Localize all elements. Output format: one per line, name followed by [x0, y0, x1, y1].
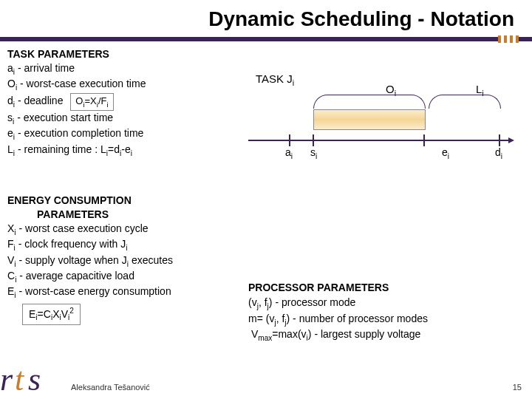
task-item: ai - arrival time — [7, 61, 229, 77]
timing-diagram: TASK Ji Oi Li ai si ei di — [248, 72, 514, 176]
page-title: Dynamic Scheduling - Notation — [208, 7, 514, 31]
li-arc — [429, 95, 501, 109]
mark-si: si — [310, 146, 317, 160]
mark-di: di — [495, 146, 502, 160]
footer-author: Aleksandra Tešanović — [71, 383, 150, 392]
task-item: si - execution start time — [7, 111, 229, 126]
energy-item: Xi - worst case execution cycle — [7, 222, 236, 237]
page-number: 15 — [513, 383, 522, 392]
energy-parameters: ENERGY CONSUMPTION PARAMETERS Xi - worst… — [7, 194, 236, 325]
svg-text:s: s — [28, 361, 41, 398]
task-item: Oi - worst-case execution time — [7, 77, 229, 92]
svg-text:t: t — [15, 361, 25, 398]
svg-marker-1 — [508, 137, 514, 143]
energy-item: Ci - average capacitive load — [7, 269, 236, 284]
mark-ei: ei — [442, 146, 449, 160]
eq-energy: Ei=CiXiVi2 — [22, 304, 81, 325]
proc-line: m= (vj, fj) - number of processor modes — [248, 312, 514, 328]
task-label: TASK Ji — [256, 72, 294, 87]
energy-item: Fi - clock frequency with Ji — [7, 237, 236, 253]
energy-header: ENERGY CONSUMPTION — [7, 194, 236, 208]
proc-line: Vmax=max(vi) - largest supply voltage — [248, 327, 514, 344]
energy-item: Vi - supply voltage when Ji executes — [7, 253, 236, 269]
title-rule — [0, 37, 532, 41]
proc-line: (vj, fj) - processor mode — [248, 296, 514, 312]
task-item: Li - remaining time : Li=di-ei — [7, 143, 229, 158]
exec-bar — [313, 109, 426, 130]
energy-header2: PARAMETERS — [7, 208, 236, 222]
svg-text:r: r — [0, 361, 13, 398]
slide: Dynamic Scheduling - Notation TASK PARAM… — [0, 0, 532, 399]
processor-parameters: PROCESSOR PARAMETERS (vj, fj) - processo… — [248, 281, 514, 344]
task-item: ei - execution completion time — [7, 126, 229, 142]
task-item: di - deadline Oi=Xi/Fi — [7, 93, 229, 111]
oi-arc — [313, 95, 426, 109]
energy-item: Ei - worst-case energy consumption — [7, 284, 236, 300]
proc-header: PROCESSOR PARAMETERS — [248, 281, 514, 296]
logo: r t s — [0, 352, 66, 399]
task-parameters: TASK PARAMETERS ai - arrival time Oi - w… — [7, 47, 229, 158]
eq-oi: Oi=Xi/Fi — [70, 93, 113, 111]
mark-ai: ai — [285, 146, 293, 160]
task-header: TASK PARAMETERS — [7, 47, 229, 61]
